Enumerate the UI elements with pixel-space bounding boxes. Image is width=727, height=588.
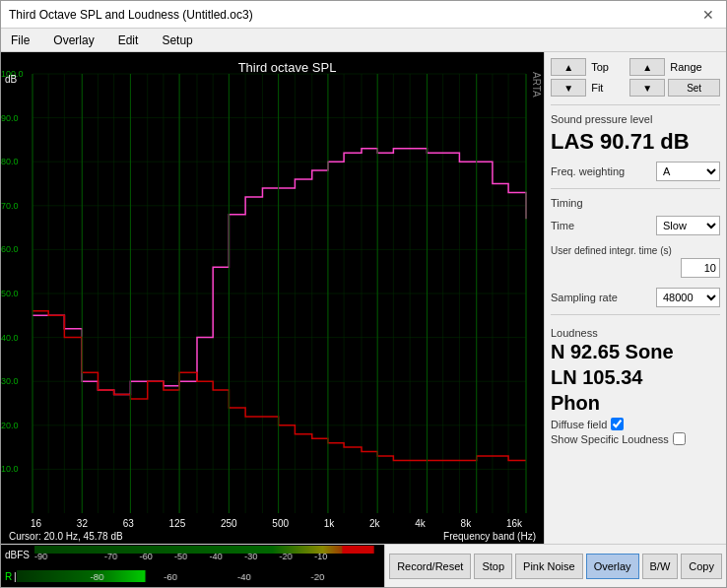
stop-button[interactable]: Stop [474, 554, 512, 579]
specific-label: Show Specific Loudness [551, 433, 669, 445]
integ-row: User defined integr. time (s) [551, 245, 720, 278]
green-r-indicator: R [5, 571, 13, 582]
x-label-250: 250 [221, 518, 237, 529]
menu-file[interactable]: File [5, 32, 35, 49]
x-label-8k: 8k [461, 518, 472, 529]
top-up-button[interactable]: ▲ [551, 58, 586, 76]
chart-canvas [1, 52, 544, 517]
time-label: Time [551, 220, 574, 231]
loudness-phon-value: Phon [551, 390, 720, 416]
sampling-select[interactable]: 480004410096000 [656, 288, 720, 307]
x-label-125: 125 [169, 518, 186, 529]
x-label-63: 63 [123, 518, 134, 529]
dbfs-label: dBFS [5, 550, 34, 560]
chart-watermark: ARTA [531, 72, 542, 98]
top-controls: ▲ Top ▲ Range ▼ Fit ▼ Set [551, 58, 720, 97]
close-button[interactable]: ✕ [698, 5, 718, 25]
x-label-1k: 1k [324, 518, 335, 529]
cursor-text: Cursor: 20.0 Hz, 45.78 dB [9, 531, 123, 542]
freq-weighting-row: Freq. weighting ABCZ [551, 162, 720, 181]
spl-section-label: Sound pressure level [551, 113, 720, 125]
x-label-500: 500 [272, 518, 289, 529]
sampling-label: Sampling rate [551, 292, 618, 303]
overlay-button[interactable]: Overlay [586, 554, 639, 579]
menu-edit[interactable]: Edit [112, 32, 145, 49]
loudness-ln-value: LN 105.34 [551, 364, 720, 390]
freq-weighting-select[interactable]: ABCZ [656, 162, 720, 181]
window-title: Third Octave SPL and Loudness (Untitled.… [9, 8, 253, 22]
x-axis-labels: 16 32 63 125 250 500 1k 2k 4k 8k 16k [1, 517, 544, 530]
integ-label: User defined integr. time (s) [551, 245, 672, 256]
meter-top-canvas [34, 546, 384, 565]
bottom-buttons: Record/Reset Stop Pink Noise Overlay B/W… [384, 545, 726, 587]
loudness-section: Loudness N 92.65 Sone LN 105.34 Phon Dif… [551, 323, 720, 447]
x-label-16k: 16k [506, 518, 522, 529]
bottom-bar: dBFS R | Record/Reset Stop Pink Noise Ov… [1, 544, 726, 587]
chart-title: Third octave SPL [1, 56, 544, 77]
y-axis-label: dB [5, 74, 17, 85]
copy-button[interactable]: Copy [681, 554, 722, 579]
loudness-n-value: N 92.65 Sone [551, 339, 720, 364]
range-up-button[interactable]: ▲ [629, 58, 665, 76]
integ-input[interactable] [681, 258, 720, 278]
specific-checkbox[interactable] [673, 432, 686, 445]
x-label-2k: 2k [369, 518, 380, 529]
menu-bar: File Overlay Edit Setup [1, 29, 726, 52]
sampling-row: Sampling rate 480004410096000 [551, 288, 720, 307]
top-down-button[interactable]: ▼ [551, 79, 586, 97]
record-reset-button[interactable]: Record/Reset [389, 554, 471, 579]
time-row: Time SlowFastImpulse [551, 216, 720, 235]
range-down-button[interactable]: ▼ [629, 79, 665, 97]
main-window: Third Octave SPL and Loudness (Untitled.… [0, 0, 727, 588]
right-panel: ▲ Top ▲ Range ▼ Fit ▼ Set Sound pressure… [544, 52, 726, 544]
loudness-label: Loudness [551, 327, 720, 339]
diffuse-label: Diffuse field [551, 419, 607, 430]
specific-loudness-row: Show Specific Loudness [551, 432, 720, 445]
fit-label: Fit [589, 82, 627, 94]
menu-setup[interactable]: Setup [156, 32, 198, 49]
freq-band-text: Frequency band (Hz) [443, 531, 536, 542]
title-bar: Third Octave SPL and Loudness (Untitled.… [1, 1, 726, 29]
main-content: Third octave SPL ARTA dB 16 32 63 125 25… [1, 52, 726, 544]
dbfs-area: dBFS R | [1, 545, 384, 587]
chart-area: Third octave SPL ARTA dB 16 32 63 125 25… [1, 52, 544, 544]
range-label: Range [668, 61, 720, 73]
diffuse-checkbox[interactable] [611, 418, 624, 430]
meter-bottom-canvas [17, 566, 384, 586]
menu-overlay[interactable]: Overlay [47, 32, 99, 49]
x-label-4k: 4k [415, 518, 426, 529]
time-select[interactable]: SlowFastImpulse [656, 216, 720, 235]
timing-section-label: Timing [551, 197, 720, 209]
bar-sep: | [14, 571, 16, 582]
bw-button[interactable]: B/W [642, 554, 679, 579]
freq-weighting-label: Freq. weighting [551, 165, 625, 177]
x-label-32: 32 [77, 518, 88, 529]
spl-value: LAS 90.71 dB [551, 129, 720, 155]
set-button[interactable]: Set [668, 79, 720, 97]
x-axis-info: Cursor: 20.0 Hz, 45.78 dB Frequency band… [1, 530, 544, 544]
top-label: Top [589, 61, 627, 73]
pink-noise-button[interactable]: Pink Noise [515, 554, 583, 579]
x-label-16: 16 [31, 518, 41, 529]
diffuse-field-row: Diffuse field [551, 418, 720, 430]
